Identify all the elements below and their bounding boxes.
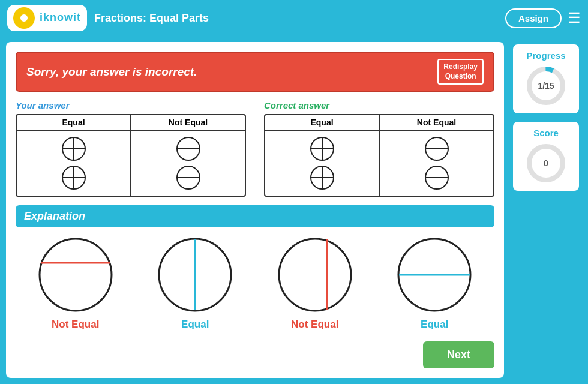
sidebar: Progress 1/15 Score 0 [510, 42, 582, 378]
logo: iknowit [7, 5, 87, 31]
assign-button[interactable]: Assign [505, 8, 562, 28]
app-header: iknowit Fractions: Equal Parts Assign ☰ [0, 0, 588, 36]
your-circle-1 [61, 136, 87, 162]
content-area: Sorry, your answer is incorrect. Redispl… [6, 42, 504, 378]
exp-label-4: Equal [421, 319, 448, 331]
redisplay-button[interactable]: RedisplayQuestion [437, 59, 484, 85]
incorrect-banner: Sorry, your answer is incorrect. Redispl… [16, 52, 494, 92]
correct-notequal-col [380, 131, 493, 196]
progress-label: Progress [526, 50, 565, 61]
exp-circle-3 [276, 236, 354, 314]
exp-item-1: Not Equal [37, 236, 115, 331]
exp-label-3: Not Equal [291, 319, 338, 331]
menu-button[interactable]: ☰ [568, 10, 581, 26]
correct-answer-table: Equal Not Equal [264, 114, 494, 197]
logo-icon [13, 7, 35, 29]
your-equal-col [17, 131, 131, 196]
score-label: Score [533, 128, 559, 138]
your-answer-body [17, 131, 245, 196]
progress-box: Progress 1/15 [513, 44, 579, 113]
main-layout: Sorry, your answer is incorrect. Redispl… [0, 36, 588, 384]
exp-circle-2 [156, 236, 234, 314]
score-donut: 0 [524, 142, 568, 185]
explanation-label: Explanation [24, 210, 85, 222]
your-circle-2 [61, 164, 87, 191]
next-button[interactable]: Next [423, 341, 494, 368]
logo-text: iknowit [40, 11, 81, 23]
exp-circle-4 [395, 236, 473, 314]
progress-value: 1/15 [538, 81, 554, 91]
exp-label-1: Not Equal [52, 319, 99, 331]
correct-answer-block: Correct answer Equal Not Equal [264, 100, 494, 197]
svg-point-20 [40, 239, 112, 311]
your-answer-header: Equal Not Equal [17, 115, 245, 131]
exp-item-3: Not Equal [276, 236, 354, 331]
your-equal-header: Equal [17, 115, 131, 130]
explanation-circles: Not Equal Equal Not Equal [16, 236, 494, 331]
exp-label-2: Equal [181, 319, 209, 331]
answer-comparison: Your answer Equal Not Equal [16, 100, 494, 197]
explanation-banner: Explanation [16, 205, 494, 227]
your-circle-4 [175, 164, 202, 191]
progress-donut: 1/15 [524, 64, 568, 107]
your-answer-block: Your answer Equal Not Equal [16, 100, 246, 197]
your-circle-3 [175, 136, 202, 162]
your-answer-table: Equal Not Equal [16, 114, 246, 197]
score-box: Score 0 [513, 122, 579, 191]
correct-circle-3 [424, 136, 450, 162]
your-notequal-header: Not Equal [131, 115, 245, 130]
correct-answer-body [265, 131, 493, 196]
incorrect-text: Sorry, your answer is incorrect. [26, 65, 197, 79]
your-answer-label: Your answer [16, 100, 246, 110]
correct-equal-col [265, 131, 380, 196]
exp-item-2: Equal [156, 236, 234, 331]
your-notequal-col [131, 131, 245, 196]
correct-circle-1 [309, 136, 335, 162]
exp-circle-1 [37, 236, 115, 314]
correct-answer-label: Correct answer [264, 100, 494, 110]
page-title: Fractions: Equal Parts [94, 12, 505, 25]
correct-circle-4 [424, 164, 450, 191]
correct-circle-2 [309, 164, 335, 191]
correct-answer-header: Equal Not Equal [265, 115, 493, 131]
score-value: 0 [544, 158, 548, 168]
svg-point-24 [279, 239, 351, 311]
correct-equal-header: Equal [265, 115, 380, 130]
correct-notequal-header: Not Equal [380, 115, 493, 130]
exp-item-4: Equal [395, 236, 473, 331]
